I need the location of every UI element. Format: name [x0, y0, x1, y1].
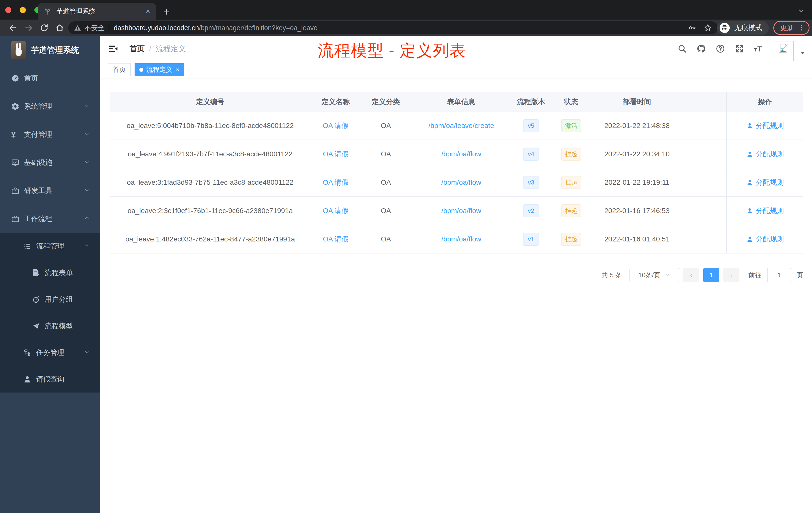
category-cell: OA	[361, 150, 411, 158]
main-area: 首页 / 流程定义 流程模型 - 定义列表 TT	[100, 36, 812, 513]
robot-icon	[32, 295, 40, 304]
help-question-icon[interactable]	[716, 44, 725, 54]
definition-id-cell: oa_leave:1:482ec033-762a-11ec-8477-a2380…	[110, 235, 311, 243]
chevron-up-icon	[84, 215, 90, 223]
bookmark-star-icon[interactable]	[703, 24, 712, 32]
version-cell: v3	[512, 176, 551, 189]
sidebar-item-支付管理[interactable]: ¥支付管理	[0, 120, 100, 149]
sidebar-item-流程表单[interactable]: 流程表单	[0, 260, 100, 286]
sidebar-collapse-icon[interactable]	[108, 44, 118, 54]
operation-cell[interactable]: 分配规则	[726, 140, 803, 168]
sidebar-logo-row[interactable]: 芋道管理系统	[0, 36, 100, 64]
tab-close-icon[interactable]: ×	[146, 7, 150, 15]
version-badge: v5	[523, 119, 539, 132]
sidebar-item-工作流程[interactable]: 工作流程	[0, 205, 100, 233]
window-close-button[interactable]	[5, 7, 11, 13]
avatar-dropdown-caret-icon[interactable]	[800, 51, 806, 57]
sidebar-item-任务管理[interactable]: 任务管理	[0, 339, 100, 366]
form-info-cell[interactable]: /bpm/oa/flow	[411, 207, 512, 215]
sidebar-item-研发工具[interactable]: 研发工具	[0, 177, 100, 205]
operation-cell[interactable]: 分配规则	[726, 169, 803, 196]
assign-rule-link[interactable]: 分配规则	[756, 149, 784, 159]
security-label[interactable]: 不安全	[84, 23, 105, 32]
chevron-down-icon	[84, 102, 90, 111]
fullscreen-icon[interactable]	[735, 44, 744, 54]
url-path[interactable]: /bpm/manager/definition?key=oa_leave	[199, 24, 317, 32]
definition-name-link[interactable]: OA 请假	[323, 207, 349, 215]
font-size-icon[interactable]: TT	[754, 44, 763, 54]
sidebar-item-流程模型[interactable]: 流程模型	[0, 313, 100, 339]
table-row[interactable]: oa_leave:2:3c1f0ef1-76b1-11ec-9c66-a2380…	[110, 197, 803, 225]
form-info-link[interactable]: /bpm/oa/flow	[441, 207, 481, 215]
reload-icon[interactable]	[40, 23, 49, 32]
home-icon[interactable]	[55, 23, 64, 32]
search-icon[interactable]	[677, 44, 687, 54]
form-info-cell[interactable]: /bpm/oa/leave/create	[411, 122, 512, 130]
form-info-link[interactable]: /bpm/oa/flow	[441, 235, 481, 243]
page-size-select[interactable]: 10条/页	[630, 268, 679, 282]
table-row[interactable]: oa_leave:1:482ec033-762a-11ec-8477-a2380…	[110, 225, 803, 253]
tag-close-icon[interactable]: ×	[176, 66, 179, 73]
table-row[interactable]: oa_leave:5:004b710b-7b8a-11ec-8ef0-acde4…	[110, 112, 803, 140]
browser-tab[interactable]: 芋道管理系统 ×	[38, 3, 156, 20]
definition-name-cell[interactable]: OA 请假	[311, 121, 361, 130]
sidebar-item-系统管理[interactable]: 系统管理	[0, 92, 100, 120]
forward-icon[interactable]	[24, 23, 33, 32]
back-icon[interactable]	[8, 23, 18, 32]
url-domain[interactable]: dashboard.yudao.iocoder.cn	[114, 24, 199, 32]
browser-update-button[interactable]: 更新	[773, 21, 810, 35]
assign-rule-link[interactable]: 分配规则	[756, 234, 784, 244]
sidebar-item-首页[interactable]: 首页	[0, 64, 100, 92]
definition-name-link[interactable]: OA 请假	[323, 150, 349, 158]
user-icon	[23, 375, 32, 384]
sidebar-item-基础设施[interactable]: 基础设施	[0, 149, 100, 177]
form-info-link[interactable]: /bpm/oa/flow	[441, 178, 481, 186]
status-cell: 挂起	[551, 148, 592, 161]
url-bar[interactable]: 不安全 dashboard.yudao.iocoder.cn/bpm/manag…	[68, 21, 718, 34]
tag-process-definition[interactable]: 流程定义 ×	[135, 63, 184, 76]
assign-rule-link[interactable]: 分配规则	[756, 121, 784, 130]
tag-home[interactable]: 首页	[108, 63, 130, 76]
definition-name-link[interactable]: OA 请假	[323, 178, 349, 186]
version-cell: v2	[512, 204, 551, 217]
breadcrumb-home[interactable]: 首页	[129, 44, 145, 54]
definition-name-link[interactable]: OA 请假	[323, 235, 349, 243]
definition-name-link[interactable]: OA 请假	[323, 122, 349, 129]
form-info-link[interactable]: /bpm/oa/leave/create	[428, 122, 494, 129]
next-page-button[interactable]: ›	[723, 268, 740, 282]
form-info-cell[interactable]: /bpm/oa/flow	[411, 235, 512, 243]
prev-page-button[interactable]: ‹	[683, 268, 699, 282]
user-avatar-broken-image[interactable]	[773, 41, 794, 62]
sidebar-item-label: 研发工具	[24, 186, 52, 195]
table-row[interactable]: oa_leave:3:1fad3d93-7b75-11ec-a3c8-acde4…	[110, 169, 803, 197]
current-page-button[interactable]: 1	[703, 268, 719, 282]
new-tab-button[interactable]: +	[163, 5, 170, 18]
operation-cell[interactable]: 分配规则	[726, 225, 803, 253]
sidebar-item-流程管理[interactable]: 流程管理	[0, 233, 100, 260]
operation-cell[interactable]: 分配规则	[726, 112, 803, 140]
kebab-menu-icon[interactable]	[798, 24, 805, 32]
definition-name-cell[interactable]: OA 请假	[311, 178, 361, 187]
form-icon	[32, 269, 40, 277]
table-row[interactable]: oa_leave:4:991f2193-7b7f-11ec-a3c8-acde4…	[110, 140, 803, 169]
definition-name-cell[interactable]: OA 请假	[311, 149, 361, 159]
sidebar-item-用户分组[interactable]: 用户分组	[0, 286, 100, 313]
update-label[interactable]: 更新	[780, 23, 794, 33]
window-minimize-button[interactable]	[20, 7, 26, 13]
github-icon[interactable]	[696, 44, 706, 54]
assign-rule-link[interactable]: 分配规则	[756, 206, 784, 216]
not-secure-warning-icon[interactable]	[74, 24, 81, 32]
tab-search-chevron-icon[interactable]	[798, 7, 805, 16]
form-info-cell[interactable]: /bpm/oa/flow	[411, 178, 512, 186]
goto-page-input[interactable]	[767, 268, 791, 282]
definition-name-cell[interactable]: OA 请假	[311, 206, 361, 216]
definition-name-cell[interactable]: OA 请假	[311, 234, 361, 244]
operation-cell[interactable]: 分配规则	[726, 197, 803, 224]
chevron-down-icon	[84, 349, 90, 357]
form-info-link[interactable]: /bpm/oa/flow	[441, 150, 481, 158]
svg-text:T: T	[757, 45, 762, 53]
assign-rule-link[interactable]: 分配规则	[756, 178, 784, 187]
sidebar-item-请假查询[interactable]: 请假查询	[0, 366, 100, 393]
form-info-cell[interactable]: /bpm/oa/flow	[411, 150, 512, 158]
password-key-icon[interactable]	[688, 24, 696, 32]
